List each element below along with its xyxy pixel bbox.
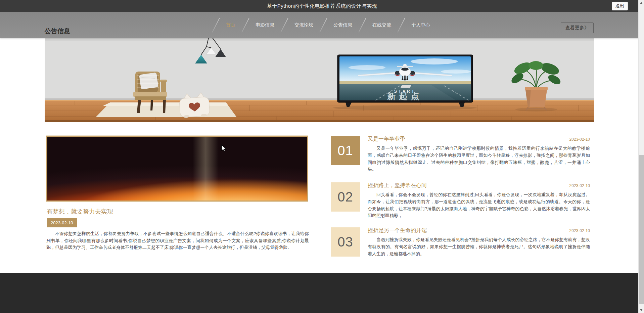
navbar: 公告信息 首页 电影信息 交流论坛 公告信息 在线交流 个人中心 查看更多》 — [0, 12, 644, 38]
announcement-body: 又是一年毕业季，感慨万千，还记的自己刚进学校那时候的情景，我拖着沉重的行李箱站在… — [368, 145, 590, 173]
announcement-date: 2023-02-10 — [569, 228, 590, 233]
logout-button[interactable]: 退出 — [612, 2, 628, 10]
announcement-number: 03 — [331, 227, 360, 257]
announcement-item-2[interactable]: 02 挫折路上，坚持常在心间 2023-02-10 回头看看，你会不会发现，曾经… — [331, 182, 590, 219]
vertical-scrollbar[interactable] — [638, 0, 644, 313]
featured-article-date-badge: 2023-02-10 — [47, 218, 77, 227]
announcement-body: 回头看看，你会不会发现，曾经的你在这里摔倒过;回头看看，你是否发现，一次次地重复… — [368, 191, 590, 219]
featured-article-body: 不管你想要怎样的生活，你都要去努力争取，不多尝试一些事情怎么知道自己适合什么、不… — [46, 230, 309, 251]
tv-text-cn: 新起点 — [387, 91, 423, 101]
announcement-date: 2023-02-10 — [569, 137, 590, 142]
main-menu: 首页 电影信息 交流论坛 公告信息 在线交流 个人中心 — [215, 12, 439, 38]
nav-item-movies[interactable]: 电影信息 — [246, 22, 283, 28]
nav-item-chat[interactable]: 在线交流 — [363, 22, 400, 28]
scroll-up-arrow-icon[interactable] — [639, 0, 644, 6]
banner-illustration: START 新起点 — [45, 38, 594, 122]
announcement-item-3[interactable]: 03 挫折是另一个生命的开端 2023-02-10 当遇到挫折或失败，你是看见失… — [331, 227, 590, 257]
announcement-date: 2023-02-10 — [569, 183, 590, 188]
nav-item-announcements[interactable]: 公告信息 — [324, 22, 361, 28]
scroll-down-arrow-icon[interactable] — [639, 307, 644, 313]
announcement-title[interactable]: 又是一年毕业季 — [368, 136, 405, 143]
page-title: 公告信息 — [45, 27, 70, 36]
tv: START 新起点 — [333, 55, 477, 110]
system-title: 基于Python的个性化电影推荐系统的设计与实现 — [267, 3, 377, 9]
scrollbar-thumb[interactable] — [639, 155, 644, 304]
announcement-body: 当遇到挫折或失败，你是看见失败还是看见机会?挫折是我们每个人成长的必经之路，它不… — [368, 236, 590, 257]
announcement-title[interactable]: 挫折是另一个生命的开端 — [368, 227, 427, 234]
page: 基于Python的个性化电影推荐系统的设计与实现 退出 公告信息 首页 电影信息… — [0, 0, 644, 313]
featured-article-image[interactable] — [46, 136, 308, 202]
announcement-number: 02 — [331, 182, 360, 212]
nav-item-profile[interactable]: 个人中心 — [402, 22, 439, 28]
nav-item-home[interactable]: 首页 — [217, 22, 244, 28]
footer — [0, 273, 644, 313]
nav-item-forum[interactable]: 交流论坛 — [285, 22, 322, 28]
announcement-item-1[interactable]: 01 又是一年毕业季 2023-02-10 又是一年毕业季，感慨万千，还记的自己… — [331, 136, 590, 173]
featured-article-title[interactable]: 有梦想，就要努力去实现 — [47, 208, 113, 216]
view-more-button[interactable]: 查看更多》 — [561, 23, 594, 33]
topbar: 基于Python的个性化电影推荐系统的设计与实现 退出 — [0, 0, 644, 12]
banner-image: START 新起点 — [45, 38, 594, 122]
announcement-number: 01 — [331, 136, 360, 165]
announcement-title[interactable]: 挫折路上，坚持常在心间 — [368, 182, 427, 189]
